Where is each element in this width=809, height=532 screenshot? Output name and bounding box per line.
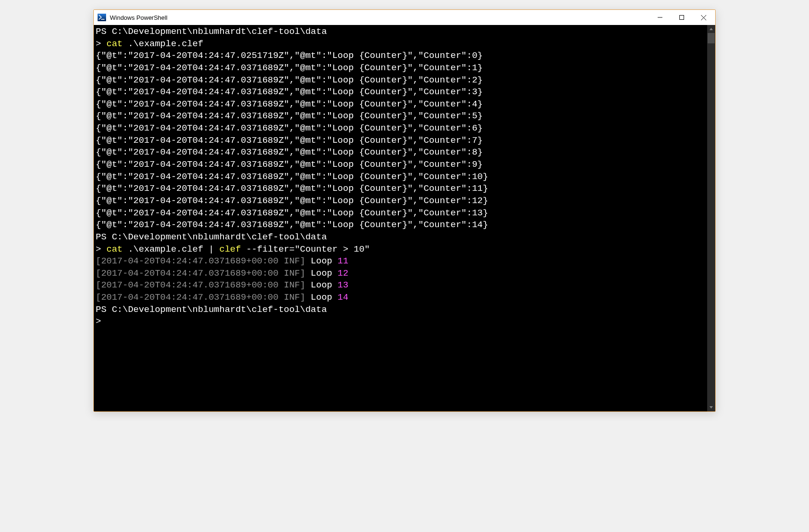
log-timestamp: 2017-04-20T04:24:47.0371689+00:00 INF xyxy=(101,268,300,278)
close-button[interactable] xyxy=(693,10,714,25)
window-controls xyxy=(649,10,714,25)
json-text: {"@t":"2017-04-20T04:24:47.0371689Z","@m… xyxy=(96,111,483,121)
bracket-open: [ xyxy=(96,256,101,266)
terminal-line: > xyxy=(96,316,705,328)
log-value: 13 xyxy=(338,280,348,290)
terminal-line: > cat .\example.clef xyxy=(96,38,705,50)
log-label: Loop xyxy=(305,280,338,290)
scroll-down-arrow-icon[interactable] xyxy=(707,403,715,411)
json-text: {"@t":"2017-04-20T04:24:47.0371689Z","@m… xyxy=(96,172,488,182)
json-output-line: {"@t":"2017-04-20T04:24:47.0371689Z","@m… xyxy=(96,135,705,147)
window-title: Windows PowerShell xyxy=(110,14,649,21)
json-text: {"@t":"2017-04-20T04:24:47.0371689Z","@m… xyxy=(96,99,483,109)
terminal-line: PS C:\Development\nblumhardt\clef-tool\d… xyxy=(96,26,705,38)
bracket-open: [ xyxy=(96,292,101,303)
scroll-up-arrow-icon[interactable] xyxy=(707,25,715,33)
terminal-line: PS C:\Development\nblumhardt\clef-tool\d… xyxy=(96,231,705,244)
json-text: {"@t":"2017-04-20T04:24:47.0371689Z","@m… xyxy=(96,87,483,97)
prompt-path: PS C:\Development\nblumhardt\clef-tool\d… xyxy=(96,304,327,315)
scrollbar-track[interactable] xyxy=(708,33,715,403)
json-text: {"@t":"2017-04-20T04:24:47.0371689Z","@m… xyxy=(96,196,488,206)
log-timestamp: 2017-04-20T04:24:47.0371689+00:00 INF xyxy=(101,256,300,266)
bracket-close: ] xyxy=(300,256,305,266)
json-output-line: {"@t":"2017-04-20T04:24:47.0371689Z","@m… xyxy=(96,207,705,220)
json-output-line: {"@t":"2017-04-20T04:24:47.0251719Z","@m… xyxy=(96,50,705,62)
scrollbar-thumb[interactable] xyxy=(708,33,715,43)
terminal-area: PS C:\Development\nblumhardt\clef-tool\d… xyxy=(94,25,715,411)
minimize-button[interactable] xyxy=(649,10,671,25)
powershell-window: Windows PowerShell PS C:\Development\nbl… xyxy=(93,9,716,412)
json-text: {"@t":"2017-04-20T04:24:47.0371689Z","@m… xyxy=(96,220,488,230)
json-output-line: {"@t":"2017-04-20T04:24:47.0371689Z","@m… xyxy=(96,159,705,171)
log-label: Loop xyxy=(305,256,338,266)
bracket-open: [ xyxy=(96,280,101,290)
maximize-button[interactable] xyxy=(671,10,693,25)
log-value: 14 xyxy=(338,292,348,303)
json-output-line: {"@t":"2017-04-20T04:24:47.0371689Z","@m… xyxy=(96,74,705,87)
json-output-line: {"@t":"2017-04-20T04:24:47.0371689Z","@m… xyxy=(96,171,705,183)
json-text: {"@t":"2017-04-20T04:24:47.0371689Z","@m… xyxy=(96,159,483,170)
json-text: {"@t":"2017-04-20T04:24:47.0371689Z","@m… xyxy=(96,135,483,146)
log-value: 12 xyxy=(338,268,348,278)
command-cat: cat xyxy=(107,39,123,49)
json-text: {"@t":"2017-04-20T04:24:47.0371689Z","@m… xyxy=(96,75,483,85)
command-args: --filter="Counter > 10" xyxy=(241,244,370,254)
json-text: {"@t":"2017-04-20T04:24:47.0251719Z","@m… xyxy=(96,50,483,61)
terminal-line: PS C:\Development\nblumhardt\clef-tool\d… xyxy=(96,304,705,316)
scrollbar[interactable] xyxy=(707,25,715,411)
json-output-line: {"@t":"2017-04-20T04:24:47.0371689Z","@m… xyxy=(96,195,705,207)
json-text: {"@t":"2017-04-20T04:24:47.0371689Z","@m… xyxy=(96,147,483,157)
json-output-line: {"@t":"2017-04-20T04:24:47.0371689Z","@m… xyxy=(96,110,705,123)
bracket-close: ] xyxy=(300,280,305,290)
json-text: {"@t":"2017-04-20T04:24:47.0371689Z","@m… xyxy=(96,183,488,194)
command-pipe: .\example.clef | xyxy=(123,244,219,254)
bracket-close: ] xyxy=(300,292,305,303)
bracket-open: [ xyxy=(96,268,101,278)
titlebar[interactable]: Windows PowerShell xyxy=(94,10,715,25)
prompt-symbol: > xyxy=(96,316,101,327)
command-cat: cat xyxy=(107,244,123,254)
json-text: {"@t":"2017-04-20T04:24:47.0371689Z","@m… xyxy=(96,123,483,133)
log-output-line: [2017-04-20T04:24:47.0371689+00:00 INF] … xyxy=(96,255,705,268)
prompt-path: PS C:\Development\nblumhardt\clef-tool\d… xyxy=(96,26,327,37)
log-output-line: [2017-04-20T04:24:47.0371689+00:00 INF] … xyxy=(96,292,705,304)
json-output-line: {"@t":"2017-04-20T04:24:47.0371689Z","@m… xyxy=(96,86,705,98)
log-label: Loop xyxy=(305,268,338,278)
json-text: {"@t":"2017-04-20T04:24:47.0371689Z","@m… xyxy=(96,63,483,73)
bracket-close: ] xyxy=(300,268,305,278)
command-arg: .\example.clef xyxy=(123,39,203,49)
log-output-line: [2017-04-20T04:24:47.0371689+00:00 INF] … xyxy=(96,268,705,280)
json-output-line: {"@t":"2017-04-20T04:24:47.0371689Z","@m… xyxy=(96,147,705,159)
log-timestamp: 2017-04-20T04:24:47.0371689+00:00 INF xyxy=(101,280,300,290)
json-output-line: {"@t":"2017-04-20T04:24:47.0371689Z","@m… xyxy=(96,123,705,135)
json-output-line: {"@t":"2017-04-20T04:24:47.0371689Z","@m… xyxy=(96,219,705,231)
prompt-symbol: > xyxy=(96,39,107,49)
terminal[interactable]: PS C:\Development\nblumhardt\clef-tool\d… xyxy=(94,25,707,411)
terminal-line: > cat .\example.clef | clef --filter="Co… xyxy=(96,244,705,256)
svg-rect-4 xyxy=(680,16,684,20)
log-timestamp: 2017-04-20T04:24:47.0371689+00:00 INF xyxy=(101,292,300,303)
log-output-line: [2017-04-20T04:24:47.0371689+00:00 INF] … xyxy=(96,279,705,292)
json-output-line: {"@t":"2017-04-20T04:24:47.0371689Z","@m… xyxy=(96,98,705,111)
prompt-symbol: > xyxy=(96,244,107,254)
log-label: Loop xyxy=(305,292,338,303)
powershell-icon xyxy=(98,13,106,22)
prompt-path: PS C:\Development\nblumhardt\clef-tool\d… xyxy=(96,232,327,242)
json-output-line: {"@t":"2017-04-20T04:24:47.0371689Z","@m… xyxy=(96,183,705,195)
json-output-line: {"@t":"2017-04-20T04:24:47.0371689Z","@m… xyxy=(96,62,705,74)
log-value: 11 xyxy=(338,256,348,266)
json-text: {"@t":"2017-04-20T04:24:47.0371689Z","@m… xyxy=(96,208,488,218)
command-clef: clef xyxy=(219,244,241,254)
